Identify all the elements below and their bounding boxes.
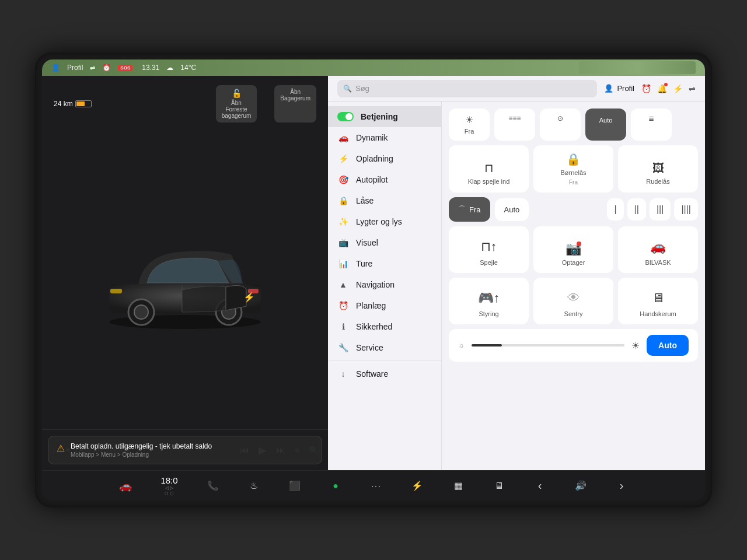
wiper-speed-4-icon: |||| — [681, 204, 691, 215]
menu-item-lygter[interactable]: ✨ Lygter og lys — [328, 211, 441, 232]
open-trunk-label: Åbn Bagagerum — [280, 89, 310, 102]
sikkerhed-label: Sikkerhed — [356, 322, 392, 331]
menu-item-ture[interactable]: 📊 Ture — [328, 253, 441, 274]
wiper-fra-btn[interactable]: ⌒ Fra — [449, 197, 490, 222]
bilvask-card[interactable]: 🚗 BILVASK — [618, 226, 698, 273]
bilvask-label: BILVASK — [645, 259, 671, 266]
ture-icon: 📊 — [337, 259, 349, 268]
warning-content: Betalt opladn. utilgængelig - tjek ubeta… — [71, 442, 212, 458]
taskbar-clock: 18:0 — [160, 475, 177, 485]
sun-fra-icon: ☀ — [465, 114, 473, 125]
light-high-btn[interactable]: ⊙ — [540, 108, 581, 141]
menu-divider — [328, 360, 441, 361]
wiper-speed-4[interactable]: |||| — [674, 198, 698, 220]
volume-icon: 🔊 — [575, 480, 587, 491]
menu-item-service[interactable]: 🔧 Service — [328, 337, 441, 358]
search-placeholder: Søg — [355, 84, 369, 93]
boernelås-card[interactable]: 🔒 Børnelås Fra — [533, 145, 613, 192]
opladning-icon: ⚡ — [337, 154, 349, 163]
open-front-trunk-btn[interactable]: 🔓 Åbn Forreste bagagerum — [216, 85, 257, 123]
menu-item-betjening[interactable]: Betjening — [328, 106, 441, 127]
menu-item-planlaeg[interactable]: ⏰ Planlæg — [328, 295, 441, 316]
styring-card[interactable]: 🎮↑ Styring — [449, 278, 529, 324]
taskbar-volume[interactable]: 🔊 — [560, 478, 601, 494]
taskbar-screen[interactable]: 🖥 — [479, 478, 519, 494]
wiper-speed-3[interactable]: ||| — [650, 198, 671, 220]
navigation-label: Navigation — [356, 280, 395, 289]
profile-label: Profil — [617, 84, 634, 93]
taskbar-media[interactable]: ▦ — [438, 478, 479, 494]
svg-text:⚡: ⚡ — [243, 292, 255, 303]
wiper-speed-1-icon: | — [614, 204, 616, 215]
lygter-icon: ✨ — [337, 217, 349, 226]
taskbar-apps[interactable]: ⬛ — [274, 478, 315, 494]
rudelas-label: Rudelås — [646, 177, 669, 186]
menu-item-dynamik[interactable]: 🚗 Dynamik — [328, 127, 441, 148]
menu-item-autopilot[interactable]: 🎯 Autopilot — [328, 169, 441, 190]
opladning-label: Opladning — [356, 154, 393, 163]
spejle-card[interactable]: ⊓↑ Spejle — [449, 226, 529, 273]
autopilot-label: Autopilot — [356, 175, 388, 184]
taskbar-car[interactable]: 🚗 — [105, 477, 146, 495]
menu-item-sikkerhed[interactable]: ℹ Sikkerhed — [328, 316, 441, 337]
taskbar-time[interactable]: 18:0 ◁ ▷ ◻ ◻ — [146, 473, 193, 498]
klap-spejle-label: Klap spejle ind — [468, 177, 510, 186]
map-sos-badge[interactable]: SOS — [118, 65, 132, 71]
sentry-card[interactable]: 👁 Sentry — [533, 278, 613, 324]
klap-spejle-card[interactable]: ⊓ Klap spejle ind — [449, 145, 529, 192]
high-beam-icon: ⊙ — [557, 114, 563, 123]
taskbar-bluetooth[interactable]: ⚡ — [397, 478, 438, 494]
rudelas-card[interactable]: 🖼 Rudelås — [618, 145, 698, 192]
wifi-icon[interactable]: ⇌ — [689, 84, 696, 93]
styring-icon: 🎮↑ — [478, 290, 500, 306]
light-fra-btn[interactable]: ☀ Fra — [449, 108, 490, 141]
brightness-slider[interactable] — [472, 344, 624, 346]
alarm-icon-wrapper[interactable]: ⏰ — [641, 83, 651, 94]
menu-item-software[interactable]: ↓ Software — [328, 363, 441, 384]
svg-rect-6 — [110, 289, 122, 293]
taskbar-phone[interactable]: 📞 — [193, 478, 233, 494]
taskbar-spotify[interactable]: ● — [315, 478, 356, 494]
optager-label: Optager — [562, 259, 585, 266]
visuel-icon: 📺 — [337, 238, 349, 247]
arrow-right-icon: › — [620, 479, 624, 492]
wiper-speed-1[interactable]: | — [607, 198, 623, 220]
light-dipped-btn[interactable]: ≡≡≡ — [494, 108, 535, 141]
battery-km: 24 km — [54, 100, 73, 108]
map-preview — [579, 61, 696, 74]
taskbar-arrow-right[interactable]: › — [601, 477, 642, 495]
menu-item-opladning[interactable]: ⚡ Opladning — [328, 148, 441, 169]
brightness-auto-btn[interactable]: Auto — [647, 335, 689, 356]
spejle-icon: ⊓↑ — [481, 239, 497, 254]
wiper-speed-2[interactable]: || — [627, 198, 646, 220]
light-fog-btn[interactable]: ≣ — [631, 108, 672, 141]
brightness-row: ☼ ☀ Auto — [449, 329, 698, 362]
header-profile[interactable]: 👤 Profil — [604, 84, 634, 93]
taskbar-voice: ◻ ◻ — [165, 491, 174, 496]
map-weather-icon: ☁ — [166, 64, 173, 72]
open-trunk-btn[interactable]: Åbn Bagagerum — [274, 85, 316, 123]
bluetooth-icon[interactable]: ⚡ — [673, 84, 683, 93]
boernelås-sublabel: Fra — [569, 179, 578, 186]
menu-item-navigation[interactable]: ▲ Navigation — [328, 274, 441, 295]
wiper-speed-2-icon: || — [634, 204, 639, 215]
search-box[interactable]: 🔍 Søg — [337, 80, 597, 97]
light-auto-btn[interactable]: Auto — [585, 108, 626, 141]
visuel-label: Visuel — [356, 238, 378, 247]
betjening-toggle[interactable] — [337, 112, 354, 121]
taskbar-arrow-left[interactable]: ‹ — [519, 477, 560, 495]
menu-item-laase[interactable]: 🔒 Låse — [328, 190, 441, 211]
bell-icon-wrapper[interactable]: 🔔 — [657, 83, 667, 94]
wiper-fra-label: Fra — [469, 205, 481, 214]
optager-card[interactable]: 📷 Optager — [533, 226, 613, 273]
map-profile-label[interactable]: Profil — [67, 64, 83, 72]
handskerum-card[interactable]: 🖥 Handskerum — [618, 278, 698, 324]
taskbar-climate[interactable]: ♨ — [233, 478, 274, 494]
menu-item-visuel[interactable]: 📺 Visuel — [328, 232, 441, 253]
wiper-auto-btn[interactable]: Auto — [495, 198, 529, 221]
open-front-trunk-label: Åbn Forreste bagagerum — [222, 100, 252, 119]
taskbar-arrows: ◁ ▷ — [165, 485, 173, 491]
taskbar-more[interactable]: ··· — [356, 479, 397, 493]
map-temp: 14°C — [180, 64, 196, 72]
boernelås-icon: 🔒 — [566, 152, 581, 166]
